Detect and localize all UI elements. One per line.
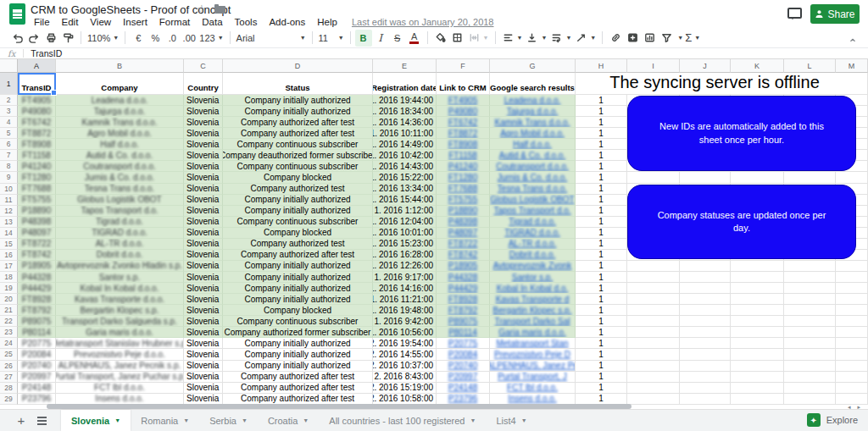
cell-empty[interactable] — [731, 394, 784, 405]
cell-crm-link[interactable]: P20775 — [437, 338, 490, 349]
row-number[interactable]: 9 — [0, 172, 18, 183]
cell-flag[interactable]: 1 — [576, 95, 627, 106]
cell-empty[interactable] — [784, 361, 836, 372]
cell-google-result-link[interactable]: Avtoprevoznik Zvonk — [490, 261, 576, 272]
cell-empty[interactable] — [836, 327, 868, 338]
cell-transid[interactable]: P48398 — [18, 217, 56, 228]
cell-empty[interactable] — [680, 349, 731, 360]
cell-transid[interactable]: FT8872 — [18, 128, 56, 139]
cell-country[interactable]: Slovenia — [184, 361, 223, 372]
cell-flag[interactable]: 1 — [576, 283, 627, 294]
cell-crm-link[interactable]: P24148 — [437, 383, 490, 394]
cell-google-result-link[interactable]: Kamnik Trans d.o.o. — [490, 117, 576, 128]
cell-empty[interactable] — [627, 272, 680, 283]
cell-flag[interactable]: 1 — [576, 239, 627, 250]
cell-flag[interactable]: 1 — [576, 327, 627, 338]
cell-empty[interactable] — [627, 338, 680, 349]
fill-color-icon[interactable] — [432, 30, 449, 47]
cell-empty[interactable] — [836, 383, 868, 394]
cell-country[interactable]: Slovenia — [184, 172, 223, 183]
explore-button[interactable]: ✦ Explore — [807, 413, 858, 427]
sheet-tab-serbia[interactable]: Serbia▼ — [199, 410, 258, 431]
menu-format[interactable]: Format — [153, 16, 196, 28]
select-all-corner[interactable] — [0, 59, 18, 73]
cell-transid[interactable]: P20775 — [18, 338, 56, 349]
cell-empty[interactable] — [627, 361, 680, 372]
cell-crm-link[interactable]: P23796 — [437, 394, 490, 405]
cell-registration-date[interactable]: 20. 1. 2016 1:12:00 — [373, 206, 437, 217]
cell-status[interactable]: Company initially authorized — [223, 195, 373, 206]
cell-status[interactable]: Company authorized after test — [223, 394, 373, 405]
cell-registration-date[interactable]: 25. 1. 2016 14:16:00 — [373, 283, 437, 294]
cell-registration-date[interactable]: 25. 1. 2016 9:17:00 — [373, 272, 437, 283]
cell-flag[interactable]: 1 — [576, 383, 627, 394]
cell-transid[interactable]: P23796 — [18, 394, 56, 405]
cell-flag[interactable]: 1 — [576, 372, 627, 383]
cell-empty[interactable] — [784, 261, 836, 272]
cell-registration-date[interactable]: 22. 1. 2016 12:26:00 — [373, 261, 437, 272]
cell-registration-date[interactable]: 28. 1. 2016 9:42:00 — [373, 316, 437, 327]
row-number[interactable]: 14 — [0, 228, 18, 239]
cell-empty[interactable] — [627, 327, 680, 338]
vertical-align-icon[interactable]: ▼ — [524, 30, 548, 47]
cell-e1[interactable]: Registration date — [373, 73, 437, 95]
cell-google-result-link[interactable]: Garia maris d.o.o. — [490, 327, 576, 338]
cell-registration-date[interactable]: 14. 1. 2016 15:22:00 — [373, 172, 437, 183]
text-wrap-icon[interactable]: ▼ — [548, 30, 573, 47]
cell-empty[interactable] — [836, 294, 868, 305]
cell-empty[interactable] — [731, 383, 784, 394]
sheet-tab-slovenia[interactable]: Slovenia▼ — [61, 410, 131, 431]
cell-crm-link[interactable]: FT7688 — [437, 184, 490, 195]
cell-transid[interactable]: P20997 — [18, 372, 56, 383]
cell-empty[interactable] — [731, 283, 784, 294]
cell-transid[interactable]: P41240 — [18, 161, 56, 172]
cell-google-result-link[interactable]: Dobrit d.o.o. — [490, 250, 576, 261]
increase-decimal-button[interactable]: .00 — [181, 30, 198, 47]
cell-status[interactable]: Company continuous subscriber — [223, 139, 373, 150]
cell-country[interactable]: Slovenia — [184, 349, 223, 360]
cell-transid[interactable]: FT6742 — [18, 117, 56, 128]
cell-company[interactable]: Tapos Transport d.o. — [56, 206, 184, 217]
column-header-d[interactable]: D — [223, 59, 373, 73]
cell-status[interactable]: Company blocked — [223, 228, 373, 239]
menu-edit[interactable]: Edit — [56, 16, 85, 28]
row-number[interactable]: 28 — [0, 383, 18, 394]
cell-country[interactable]: Slovenia — [184, 195, 223, 206]
cell-empty[interactable] — [627, 172, 680, 183]
cell-flag[interactable]: 1 — [576, 261, 627, 272]
cell-registration-date[interactable]: 8. 1. 2016 14:49:00 — [373, 139, 437, 150]
cell-empty[interactable] — [836, 272, 868, 283]
row-number[interactable]: 27 — [0, 372, 18, 383]
column-header-b[interactable]: B — [56, 59, 184, 73]
cell-empty[interactable] — [731, 261, 784, 272]
cell-crm-link[interactable]: P44328 — [437, 272, 490, 283]
cell-google-result-link[interactable]: Tesna Trans d.o.o. — [490, 184, 576, 195]
cell-empty[interactable] — [836, 283, 868, 294]
cell-empty[interactable] — [836, 172, 868, 183]
text-color-button[interactable]: A — [406, 30, 423, 47]
cell-google-result-link[interactable]: Kobal In Kobal d.o. — [490, 283, 576, 294]
cell-transid[interactable]: P80114 — [18, 327, 56, 338]
menu-view[interactable]: View — [84, 16, 117, 28]
row-number[interactable]: 22 — [0, 316, 18, 327]
cell-transid[interactable]: P24148 — [18, 383, 56, 394]
cell-company[interactable]: Avtoprevoznik Zvonko Hladin s.p. — [56, 261, 184, 272]
functions-button[interactable]: Σ▼ — [683, 30, 702, 47]
cell-empty[interactable] — [680, 272, 731, 283]
cell-crm-link[interactable]: FT6742 — [437, 117, 490, 128]
cell-status[interactable]: Company authorized after test — [223, 372, 373, 383]
row-number[interactable]: 3 — [0, 106, 18, 117]
cell-empty[interactable] — [784, 283, 836, 294]
cell-registration-date[interactable]: 21. 1. 2016 10:01:00 — [373, 228, 437, 239]
cell-empty[interactable] — [784, 394, 836, 405]
cell-company[interactable]: Insens d.o.o. — [56, 394, 184, 405]
formula-bar-value[interactable]: TransID — [31, 48, 62, 58]
cell-empty[interactable] — [680, 316, 731, 327]
cell-empty[interactable] — [680, 172, 731, 183]
cell-country[interactable]: Slovenia — [184, 272, 223, 283]
cell-google-result-link[interactable]: Bergartin Klopec s.p. — [490, 305, 576, 316]
cell-empty[interactable] — [680, 372, 731, 383]
row-number[interactable]: 23 — [0, 327, 18, 338]
row-number[interactable]: 15 — [0, 239, 18, 250]
cell-transid[interactable]: FT1280 — [18, 172, 56, 183]
